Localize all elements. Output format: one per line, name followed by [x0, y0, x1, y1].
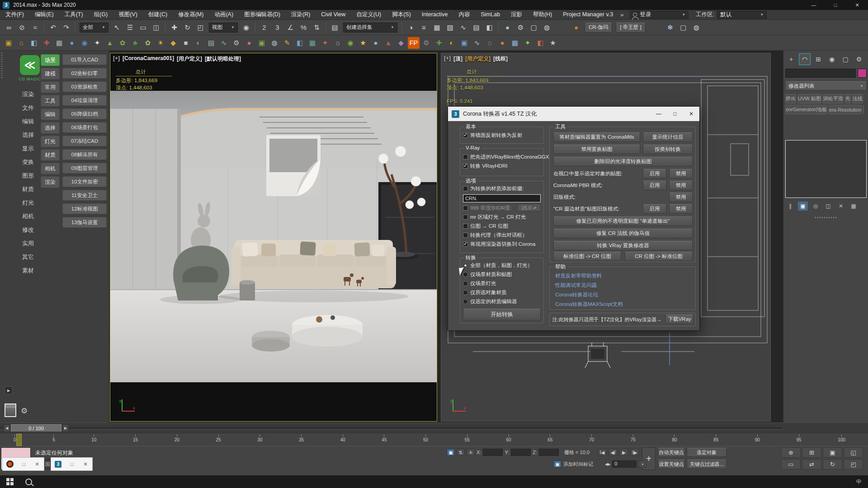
panel-divider[interactable]: [815, 217, 837, 218]
menu-item[interactable]: 修改器(M): [173, 11, 209, 18]
dock-tab[interactable]: 工具: [41, 95, 60, 107]
add-time-tag-label[interactable]: 添加时间标记: [563, 461, 593, 468]
convert-displacement-button[interactable]: 转换 VRay 置换修改器: [553, 241, 693, 250]
render-teapot-icon[interactable]: ◍: [690, 22, 703, 33]
plugin-icon[interactable]: ▲: [382, 37, 394, 49]
coordinate-mode-icon[interactable]: ✛: [467, 449, 475, 456]
camera-viewport[interactable]: [+] [CoronaCamera001] [用户定义] [默认明暗处理] 总计…: [110, 53, 437, 422]
proxy-checkbox[interactable]: 转换代理（弹出对话框）: [460, 230, 543, 239]
grid-tool-icon[interactable]: [5, 404, 16, 417]
minimize-icon[interactable]: —: [803, 0, 825, 10]
dock-grip[interactable]: [1, 52, 3, 80]
plugin-icon[interactable]: ✚: [41, 37, 52, 49]
script-button[interactable]: 10文件加密: [62, 176, 107, 187]
plugin-icon[interactable]: ◉: [79, 37, 90, 49]
x-coordinate-field[interactable]: [483, 449, 503, 456]
menu-overflow-icon[interactable]: »: [620, 12, 623, 18]
show-end-result-icon[interactable]: ◎: [811, 202, 821, 211]
dock-tab[interactable]: 场景: [41, 54, 60, 66]
selection-filter-dropdown[interactable]: 全部▼: [80, 23, 108, 33]
modifier-set-button[interactable]: 壳: [845, 94, 851, 103]
gear-icon[interactable]: ⚙: [21, 406, 28, 416]
start-button[interactable]: [6, 478, 14, 485]
convert-scope-radio[interactable]: 仅场景灯光: [460, 279, 543, 288]
plugin-icon[interactable]: ⚙: [231, 37, 242, 49]
plugin-icon[interactable]: ▣: [3, 37, 14, 49]
script-button[interactable]: 06场景打包: [62, 122, 107, 133]
close-icon[interactable]: ✕: [79, 461, 92, 467]
plugin-icon[interactable]: ✚: [433, 37, 445, 49]
menu-item[interactable]: 图形编辑器(D): [239, 11, 286, 18]
help-link[interactable]: Corona转换器论坛: [555, 291, 598, 298]
plugin-icon[interactable]: ✦: [319, 37, 331, 49]
dialog-maximize-icon[interactable]: □: [667, 107, 683, 121]
plugin-icon[interactable]: ■: [180, 37, 192, 49]
cg-sphere-icon[interactable]: ●: [570, 22, 582, 33]
dock-nav-item[interactable]: 图形: [16, 169, 40, 183]
ribbon-icon[interactable]: ▧: [444, 22, 456, 33]
dock-tab[interactable]: 相机: [41, 163, 60, 174]
object-color-swatch[interactable]: [858, 69, 867, 78]
object-name-field[interactable]: [785, 69, 856, 78]
make-unique-icon[interactable]: ◫: [823, 202, 833, 211]
lock-stack-icon[interactable]: ∥: [785, 202, 795, 211]
utilities-tab[interactable]: ⚙: [853, 53, 865, 65]
script-button[interactable]: 04垃圾清理: [62, 95, 107, 106]
set-key-button[interactable]: 设置关键点: [658, 460, 685, 469]
modifier-set-button[interactable]: UVW 贴图: [797, 94, 821, 103]
layer-manager-icon[interactable]: ▦: [431, 22, 443, 33]
pin-stack-icon[interactable]: ▣: [798, 202, 808, 211]
plugin-icon[interactable]: ●: [66, 37, 78, 49]
plugin-icon[interactable]: ▣: [458, 37, 470, 49]
plugin-icon[interactable]: ▦: [509, 37, 521, 49]
plugin-icon[interactable]: ▦: [53, 37, 65, 49]
delete-gloss-maps-button[interactable]: 删除旧的光泽度转换贴图: [553, 157, 693, 166]
plugin-icon[interactable]: ★: [547, 37, 559, 49]
dialog-close-icon[interactable]: ✕: [683, 107, 699, 121]
vrayhdri-checkbox[interactable]: 转换 VRayHDRI: [460, 161, 543, 170]
modifier-set-button[interactable]: oorGenerator(地板: [785, 105, 827, 114]
pbr-enable-button[interactable]: 启用: [643, 181, 666, 190]
round-edge-disable-button[interactable]: 禁用: [669, 204, 693, 214]
dock-nav-item[interactable]: 素材: [16, 264, 40, 277]
select-region-icon[interactable]: ▭: [137, 22, 149, 33]
dock-nav-item[interactable]: 材质: [16, 183, 40, 196]
plugin-icon[interactable]: ◉: [344, 37, 356, 49]
fresnel-ior-checkbox[interactable]: 999 菲涅尔IOR至: 25.0▴▾: [460, 203, 543, 212]
selection-lock-icon[interactable]: ▣: [447, 449, 455, 456]
use-center-icon[interactable]: ◉: [240, 22, 252, 33]
script-button[interactable]: 03资源检查: [62, 81, 107, 92]
dock-tab[interactable]: 建模: [41, 68, 60, 80]
plugin-icon[interactable]: ✿: [142, 37, 154, 49]
plugin-icon[interactable]: ∿: [218, 37, 230, 49]
viewport-menu-icon[interactable]: [+]: [444, 55, 451, 63]
modifier-set-button[interactable]: 挤出: [785, 94, 796, 103]
previous-frame-button[interactable]: ◀Ι: [609, 449, 618, 456]
configure-sets-icon[interactable]: ▦: [849, 202, 859, 211]
cr-gamma-button[interactable]: CR-伽玛: [585, 23, 612, 33]
dock-nav-item[interactable]: 其它: [16, 250, 40, 264]
plugin-icon[interactable]: ▦: [307, 37, 318, 49]
script-button[interactable]: 07冻结CAD: [62, 136, 107, 146]
start-convert-button[interactable]: 开始转换: [463, 309, 541, 320]
fix-normal-gamma-button[interactable]: 修复 CR 法线 的伽马值: [553, 229, 693, 238]
plugin-icon[interactable]: ⌂: [332, 37, 344, 49]
plugin-icon[interactable]: ◆: [167, 37, 179, 49]
prefix-input[interactable]: CRN.: [463, 194, 541, 202]
dock-nav-item[interactable]: 灯光: [16, 196, 40, 210]
bind-spacewarp-icon[interactable]: ≈: [29, 22, 41, 33]
menu-item[interactable]: Interactive: [416, 11, 453, 18]
maximize-icon[interactable]: □: [825, 0, 846, 10]
dock-nav-item[interactable]: 选择: [16, 128, 40, 142]
track-bar[interactable]: 0510152025303540455055606570758085909510…: [0, 433, 868, 446]
reset-mtl-editor-button[interactable]: 将材质编辑器重置为 CoronaMtls: [553, 132, 640, 142]
spinner-snap-icon[interactable]: ⇅: [311, 22, 323, 33]
redo-icon[interactable]: ↷: [60, 22, 72, 33]
script-button[interactable]: 09图层管理: [62, 163, 107, 174]
viewport-maps-enable-button[interactable]: 启用: [643, 169, 666, 178]
render-setup-icon[interactable]: ⚙: [514, 22, 527, 33]
plugin-icon[interactable]: ✎: [281, 37, 293, 49]
auto-key-button[interactable]: 自动关键点: [658, 448, 685, 457]
plugin-icon[interactable]: ◧: [534, 37, 546, 49]
menu-item[interactable]: 文件(F): [0, 11, 29, 18]
